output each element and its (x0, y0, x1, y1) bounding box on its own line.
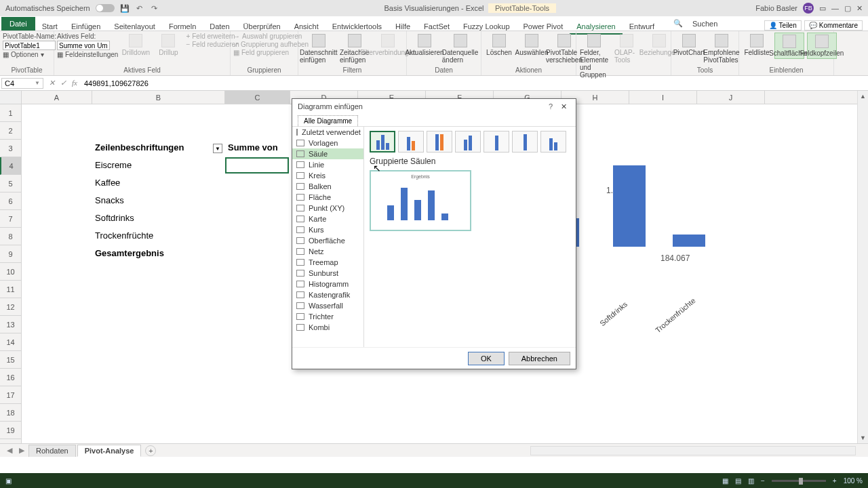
name-box[interactable]: C4▼ (1, 78, 43, 89)
subtype-stacked-column[interactable] (398, 131, 424, 152)
recommended-pivot-button[interactable]: Empfohlene PivotTables (707, 33, 736, 65)
chart-category-item[interactable]: Wasserfall (292, 300, 363, 311)
selected-cell[interactable] (225, 157, 289, 174)
subtype-3d-stacked[interactable] (484, 131, 509, 152)
close-icon[interactable]: ✕ (856, 4, 863, 13)
subtype-3d-100-stacked[interactable] (512, 131, 538, 152)
zoom-level[interactable]: 100 % (844, 477, 863, 485)
row-header[interactable]: 17 (0, 386, 21, 404)
row-header[interactable]: 1 (0, 104, 21, 122)
chart-category-item[interactable]: Treemap (292, 257, 363, 268)
row-header[interactable]: 6 (0, 192, 21, 210)
fieldheaders-button[interactable]: Feldkopfzeilen (807, 33, 837, 59)
minimize-icon[interactable]: — (831, 4, 839, 12)
view-page-break-icon[interactable]: ▥ (748, 477, 754, 485)
tab-nav-next-icon[interactable]: ▶ (16, 446, 27, 455)
subtype-3d-column[interactable] (540, 131, 566, 152)
clear-button[interactable]: Löschen (484, 33, 514, 58)
chart-category-item[interactable]: Oberfläche (292, 235, 363, 246)
horizontal-scrollbar[interactable] (530, 446, 856, 455)
comments-button[interactable]: 💬Kommentare (804, 20, 863, 30)
ok-button[interactable]: OK (468, 352, 505, 365)
row-header[interactable]: 5 (0, 175, 21, 192)
chart-category-item[interactable]: Balken (292, 181, 363, 192)
chart-category-item[interactable]: Trichter (292, 311, 363, 322)
scroll-down-icon[interactable]: ▼ (858, 432, 868, 443)
cell[interactable]: Kaffee (95, 178, 120, 188)
chart-category-item[interactable]: Sunburst (292, 268, 363, 279)
cell[interactable]: Eiscreme (95, 160, 132, 170)
dialog-close-icon[interactable]: ✕ (557, 102, 570, 111)
share-button[interactable]: 👤Teilen (764, 20, 802, 30)
formula-input[interactable] (81, 79, 868, 87)
row-header[interactable]: 4 (0, 157, 21, 175)
row-header[interactable]: 3 (0, 140, 21, 157)
row-header[interactable]: 18 (0, 404, 21, 422)
zoom-slider[interactable] (772, 480, 826, 482)
zoom-in-icon[interactable]: + (833, 477, 837, 485)
field-settings-button[interactable]: ▦ Feldeinstellungen (57, 51, 118, 58)
refresh-button[interactable]: Aktualisieren (410, 33, 439, 58)
search-icon[interactable]: 🔍 (671, 16, 686, 30)
subtype-100-stacked-column[interactable] (427, 131, 452, 152)
row-header[interactable]: 12 (0, 298, 21, 316)
cell[interactable]: Snacks (95, 195, 124, 205)
chart-category-item[interactable]: Netz (292, 246, 363, 257)
dialog-help-icon[interactable]: ? (545, 102, 557, 110)
subtype-clustered-column[interactable] (370, 131, 395, 152)
cancel-button[interactable]: Abbrechen (509, 352, 570, 365)
pivot-options-button[interactable]: ▦ Optionen ▾ (3, 51, 51, 58)
autosave-toggle[interactable] (96, 4, 115, 12)
fields-items-button[interactable]: Felder, Elemente und Gruppen (579, 33, 609, 80)
row-header[interactable]: 10 (0, 263, 21, 281)
chart-category-item[interactable]: Linie (292, 159, 363, 170)
cell[interactable]: Trockenfrüchte (95, 230, 153, 241)
record-macro-icon[interactable]: ▣ (5, 477, 12, 485)
select-all-corner[interactable] (0, 91, 22, 104)
subtype-3d-clustered[interactable] (455, 131, 481, 152)
fx-icon[interactable]: fx (72, 79, 77, 87)
cell[interactable]: Softdrinks (95, 213, 134, 223)
chart-category-item[interactable]: Histogramm (292, 279, 363, 289)
row-header[interactable]: 14 (0, 333, 21, 351)
row-header[interactable]: 8 (0, 228, 21, 245)
pivot-filter-dropdown[interactable]: ▼ (213, 144, 222, 153)
row-header[interactable]: 16 (0, 369, 21, 386)
move-pivot-button[interactable]: PivotTable verschieben (549, 33, 579, 65)
view-page-layout-icon[interactable]: ▤ (735, 477, 741, 485)
chart-category-item[interactable]: Punkt (XY) (292, 203, 363, 214)
pivot-name-input[interactable] (3, 41, 56, 50)
cell[interactable]: Summe von (228, 142, 278, 152)
ribbon-mode-icon[interactable]: ▭ (819, 4, 826, 13)
maximize-icon[interactable]: ▢ (844, 4, 851, 13)
cell[interactable]: Gesamtergebnis (95, 248, 164, 258)
redo-icon[interactable]: ↷ (150, 3, 159, 13)
chart-category-item[interactable]: Kombi (292, 322, 363, 333)
sheet-tab[interactable]: Rohdaten (28, 445, 76, 457)
vertical-scrollbar[interactable]: ▲ ▼ (857, 91, 868, 443)
save-icon[interactable]: 💾 (120, 3, 130, 13)
chart-category-item[interactable]: Säule (292, 148, 363, 159)
row-header[interactable]: 11 (0, 281, 21, 298)
chart-preview[interactable]: Ergebnis (370, 170, 471, 231)
chart-category-item[interactable]: Kastengrafik (292, 289, 363, 300)
pivotchart-button[interactable]: PivotChart (674, 33, 704, 58)
row-header[interactable]: 13 (0, 316, 21, 333)
chart-category-item[interactable]: Zuletzt verwendet (292, 127, 363, 138)
row-header[interactable]: 19 (0, 422, 21, 439)
row-header[interactable]: 15 (0, 351, 21, 369)
search-label[interactable]: Suchen (686, 17, 724, 30)
row-header[interactable]: 7 (0, 210, 21, 228)
insert-slicer-button[interactable]: Datenschnitt einfügen (301, 33, 336, 65)
chart-category-item[interactable]: Fläche (292, 192, 363, 203)
file-tab[interactable]: Datei (1, 17, 35, 30)
cell[interactable]: Zeilenbeschriftungen (95, 142, 184, 152)
undo-icon[interactable]: ↶ (135, 3, 144, 13)
chart-category-item[interactable]: Kurs (292, 224, 363, 235)
sheet-tab[interactable]: Pivot-Analyse (77, 445, 142, 457)
active-field-input[interactable] (57, 41, 110, 50)
zoom-out-icon[interactable]: − (761, 477, 765, 485)
select-button[interactable]: Auswählen (517, 33, 547, 58)
tab-nav-prev-icon[interactable]: ◀ (4, 446, 15, 455)
view-normal-icon[interactable]: ▦ (722, 477, 728, 485)
